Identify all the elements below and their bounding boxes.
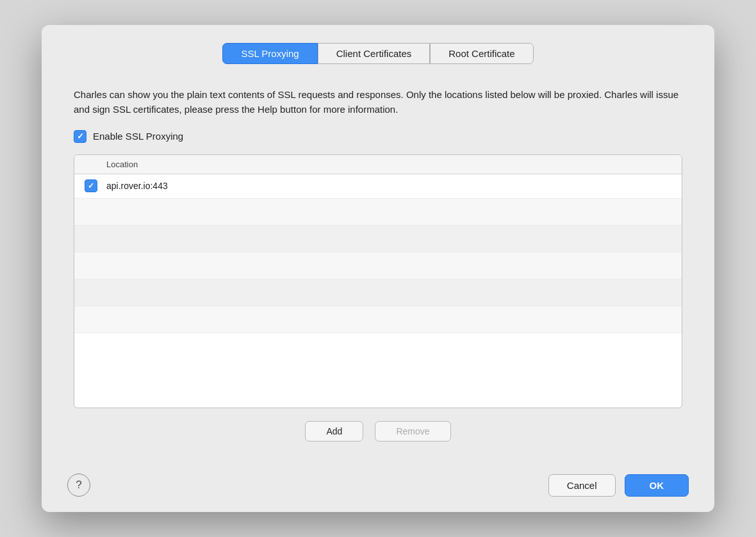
bottom-bar: ? Cancel OK bbox=[42, 462, 714, 512]
table-row[interactable] bbox=[74, 199, 682, 226]
table-row[interactable]: ✓ api.rover.io:443 bbox=[74, 174, 682, 199]
cancel-button[interactable]: Cancel bbox=[548, 474, 616, 497]
enable-ssl-checkbox[interactable]: ✓ bbox=[74, 130, 86, 143]
add-remove-buttons: Add Remove bbox=[74, 421, 682, 442]
tabs-row: SSL Proxying Client Certificates Root Ce… bbox=[42, 25, 714, 76]
content-area: Charles can show you the plain text cont… bbox=[42, 76, 714, 462]
enable-ssl-checkbox-row: ✓ Enable SSL Proxying bbox=[74, 130, 682, 143]
row-checkbox-1[interactable]: ✓ bbox=[85, 179, 97, 192]
tab-root-certificate[interactable]: Root Certificate bbox=[430, 43, 533, 64]
row-checkmark-icon-1: ✓ bbox=[88, 181, 94, 190]
checkmark-icon: ✓ bbox=[77, 132, 84, 140]
row-location-1: api.rover.io:443 bbox=[106, 181, 168, 191]
tab-client-certificates[interactable]: Client Certificates bbox=[318, 43, 431, 64]
remove-button[interactable]: Remove bbox=[375, 421, 450, 442]
description-text: Charles can show you the plain text cont… bbox=[74, 87, 682, 117]
table-row[interactable] bbox=[74, 252, 682, 279]
table-row[interactable] bbox=[74, 279, 682, 306]
table-header: Location bbox=[74, 155, 682, 174]
table-row[interactable] bbox=[74, 226, 682, 252]
bottom-right: Cancel OK bbox=[548, 474, 689, 497]
table-body: ✓ api.rover.io:443 bbox=[74, 174, 682, 333]
add-button[interactable]: Add bbox=[305, 421, 363, 442]
dialog: SSL Proxying Client Certificates Root Ce… bbox=[42, 25, 714, 512]
table-row[interactable] bbox=[74, 306, 682, 333]
help-button[interactable]: ? bbox=[67, 474, 90, 497]
enable-ssl-label: Enable SSL Proxying bbox=[93, 131, 183, 142]
ok-button[interactable]: OK bbox=[625, 474, 689, 497]
location-table: Location ✓ api.rover.io:443 bbox=[74, 154, 682, 409]
tab-ssl-proxying[interactable]: SSL Proxying bbox=[222, 43, 317, 64]
